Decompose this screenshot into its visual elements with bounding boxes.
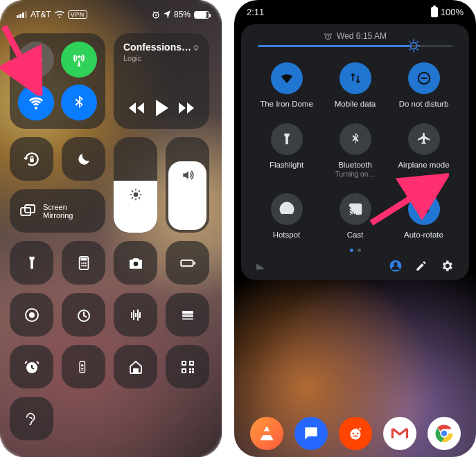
- orientation-lock-icon: [23, 150, 41, 168]
- svg-point-45: [349, 213, 351, 215]
- edit-icon[interactable]: [415, 260, 427, 272]
- qs-tile-auto-rotate[interactable]: Auto-rotate: [389, 193, 458, 239]
- now-playing-tile[interactable]: Confessions of a... Logic: [114, 33, 209, 129]
- svg-point-53: [359, 428, 361, 430]
- qs-tile-flashlight[interactable]: Flashlight: [252, 123, 321, 178]
- svg-rect-37: [189, 371, 191, 373]
- svg-point-13: [81, 265, 82, 266]
- swap-icon: [340, 62, 371, 94]
- android-quick-settings: 2:11 100% Wed 6:15 AM The Iron Dome Mobi…: [234, 0, 476, 457]
- screen-mirroring-label: Screen Mirroring: [43, 203, 73, 219]
- brightness-slider[interactable]: [114, 137, 157, 233]
- qs-tile-hotspot[interactable]: Hotspot: [252, 193, 321, 239]
- dnd-icon: [408, 62, 440, 94]
- low-power-tile[interactable]: [166, 241, 209, 285]
- hearing-tile[interactable]: [10, 397, 53, 440]
- cellular-data-toggle[interactable]: [61, 42, 97, 78]
- remote-tile[interactable]: [62, 345, 105, 388]
- settings-icon[interactable]: [440, 259, 454, 273]
- hotspot-icon: [271, 193, 303, 225]
- svg-point-47: [394, 262, 397, 266]
- forward-button[interactable]: [178, 101, 195, 115]
- svg-rect-17: [181, 260, 193, 266]
- connectivity-tile[interactable]: [10, 33, 105, 129]
- svg-point-10: [81, 262, 82, 263]
- svg-point-41: [410, 42, 416, 48]
- bluetooth-toggle[interactable]: [61, 84, 97, 120]
- qs-tile-bluetooth[interactable]: Bluetooth Turning on…: [321, 123, 389, 178]
- svg-rect-32: [183, 362, 185, 364]
- app-files[interactable]: [250, 417, 283, 450]
- qs-tile-airplane[interactable]: Airplane mode: [389, 123, 458, 178]
- alarm-icon: [324, 32, 333, 41]
- qr-code-tile[interactable]: [166, 345, 209, 388]
- wifi-toggle[interactable]: [18, 84, 54, 120]
- camera-tile[interactable]: [114, 241, 157, 285]
- play-button[interactable]: [154, 100, 169, 116]
- svg-point-14: [82, 265, 84, 266]
- app-chrome[interactable]: [427, 417, 461, 450]
- volume-icon: [181, 168, 195, 182]
- carrier-label: AT&T: [30, 10, 51, 19]
- airplane-icon: [28, 51, 44, 68]
- cast-icon: [340, 193, 371, 225]
- svg-rect-18: [193, 261, 195, 264]
- svg-point-51: [352, 433, 354, 435]
- qs-footer: [245, 255, 465, 274]
- svg-point-7: [133, 192, 138, 197]
- screen-mirroring-tile[interactable]: Screen Mirroring: [10, 189, 105, 233]
- ear-icon: [24, 410, 39, 428]
- brightness-icon: [129, 188, 143, 201]
- wallet-tile[interactable]: [166, 293, 209, 337]
- svg-point-15: [85, 265, 86, 266]
- qs-panel: Wed 6:15 AM The Iron Dome Mobile data Do…: [241, 24, 469, 280]
- svg-point-28: [81, 364, 83, 366]
- app-reddit[interactable]: [339, 417, 372, 450]
- screen-mirroring-icon: [19, 203, 36, 219]
- flashlight-tile[interactable]: [10, 241, 53, 285]
- sim-indicator-icon: [256, 262, 265, 269]
- waveform-icon: [127, 307, 144, 323]
- app-gmail[interactable]: [383, 417, 416, 450]
- svg-rect-49: [307, 433, 312, 434]
- app-messages[interactable]: [294, 417, 328, 450]
- clock: 2:11: [247, 7, 264, 17]
- user-icon[interactable]: [389, 259, 403, 273]
- airplane-mode-toggle[interactable]: [18, 42, 54, 78]
- qs-tile-cast[interactable]: Cast: [321, 193, 389, 239]
- alarm-clock-icon: [24, 359, 40, 375]
- battery-outline-icon: [179, 254, 197, 272]
- svg-point-3: [195, 46, 197, 49]
- home-tile[interactable]: [114, 345, 157, 388]
- page-dots[interactable]: [245, 243, 465, 255]
- bluetooth-icon: [71, 94, 87, 111]
- calculator-tile[interactable]: [62, 241, 105, 285]
- svg-rect-33: [191, 362, 193, 364]
- brightness-thumb-icon: [406, 38, 421, 53]
- svg-rect-27: [80, 361, 85, 373]
- alarm-tile[interactable]: [10, 345, 53, 388]
- qs-tile-mobile-data[interactable]: Mobile data: [321, 62, 389, 108]
- qs-tile-dnd[interactable]: Do not disturb: [389, 62, 458, 108]
- airplay-icon[interactable]: [193, 42, 200, 54]
- timer-tile[interactable]: [62, 293, 105, 337]
- svg-rect-24: [182, 318, 193, 320]
- auto-rotate-icon: [408, 193, 440, 225]
- orientation-lock-tile[interactable]: [10, 137, 53, 181]
- voice-memo-tile[interactable]: [114, 293, 157, 337]
- qs-tile-wifi[interactable]: The Iron Dome: [252, 62, 321, 108]
- svg-rect-23: [182, 314, 193, 317]
- wifi-icon: [28, 94, 44, 111]
- battery-icon: [431, 7, 438, 17]
- rewind-button[interactable]: [128, 101, 145, 115]
- qs-tiles-grid: The Iron Dome Mobile data Do not disturb…: [245, 53, 465, 243]
- battery-pct: 85%: [174, 10, 191, 19]
- volume-slider[interactable]: [166, 137, 209, 233]
- svg-rect-43: [421, 78, 427, 79]
- brightness-slider[interactable]: [245, 45, 465, 53]
- svg-rect-35: [189, 368, 191, 370]
- wifi-icon: [271, 62, 303, 94]
- do-not-disturb-tile[interactable]: [62, 137, 105, 181]
- screen-record-tile[interactable]: [10, 293, 53, 337]
- alarm-header[interactable]: Wed 6:15 AM: [245, 28, 465, 45]
